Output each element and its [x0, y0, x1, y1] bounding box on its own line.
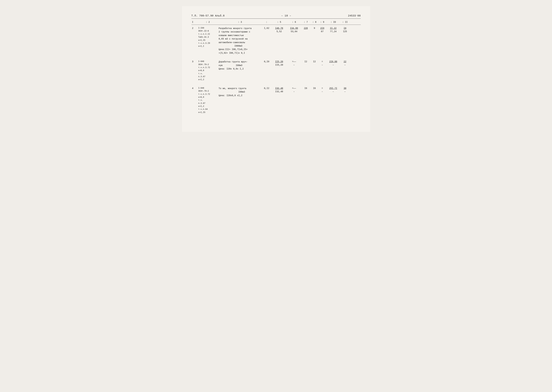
col-header-2: : 2 [198, 21, 218, 24]
cell-col6: I34,99 53,64 [287, 26, 301, 34]
col-header-9: : 9 [318, 21, 326, 24]
cell-col7: 228 [301, 26, 310, 30]
table-row: 2 I–I69ЭСНт.22–8т.ч.п.I.IIТабл.3п.3к=I,I… [191, 26, 361, 55]
column-headers: I : 2 : 3 : : 5 : 6 : 7 : 8 : 9 : IO : I… [191, 21, 361, 25]
cell-col5: I32,48 I32,48 [271, 86, 287, 94]
cell-col6: =—— – [287, 60, 301, 67]
row-number: 3 [191, 60, 198, 64]
cell-col4: 0,I0 [262, 60, 271, 64]
cell-col10: II,22 77,24 [326, 26, 340, 34]
col-header-4: : [262, 21, 271, 24]
cell-col11: 22 – [340, 60, 350, 67]
cell-col5: I40,78 5,52 [271, 26, 287, 34]
cell-col11: 30 – [340, 86, 350, 94]
cell-col11: I8 I25 [340, 26, 350, 34]
header-center: – 10 – [281, 14, 291, 17]
header-right: 24533⁻08 [348, 14, 361, 17]
ref-code: I–948ЭСНт.79–2т.ч.п.3.72к=0,8т.ч.п.3.67к… [198, 60, 218, 82]
cell-col9: = – [318, 86, 326, 94]
row-number: 2 [191, 26, 198, 31]
col-header-10: : IO [326, 21, 340, 24]
page-container: Т.П. 708–57.90 Альб.8 – 10 – 24533⁻08 I … [182, 6, 370, 132]
cell-col8: 9 [310, 26, 318, 30]
col-header-3: : 3 [218, 21, 262, 24]
col-header-5: : 5 [271, 21, 287, 24]
ref-code: I–I69ЭСНт.22–8т.ч.п.I.IIТабл.3п.3к=I,I5т… [198, 26, 218, 48]
cell-col4: I,62 [262, 26, 271, 30]
header-left: Т.П. 708–57.90 Альб.8 [191, 14, 225, 17]
cell-col4: 0,I2 [262, 86, 271, 90]
col-header-11: : II [340, 21, 350, 24]
description: Доработка грунта вруч- ную I00м3 Цена: I… [218, 60, 262, 71]
col-header-1: I [191, 21, 198, 24]
description: Разработка мокрого грунта 2 группы экска… [218, 26, 262, 55]
cell-col8: I6 [310, 86, 318, 90]
col-header-7: : 7 [301, 21, 310, 24]
description: То же, мокрого грунта I00м3 Цена: I20x0,… [218, 86, 262, 98]
cell-col6: =—— – [287, 86, 301, 94]
cell-col7: I2 [301, 60, 310, 64]
col-header-8: : 8 [310, 21, 318, 24]
cell-col5: II5,20 II5,20 [271, 60, 287, 67]
table-row: 4 I–948ЭСНт.79–2т.ч.п.3.72к=0,8т.ч.п.3.6… [191, 86, 361, 114]
cell-col9: = – [318, 60, 326, 67]
cell-col8: I2 [310, 60, 318, 64]
table-row: 3 I–948ЭСНт.79–2т.ч.п.3.72к=0,8т.ч.п.3.6… [191, 60, 361, 82]
cell-col7: I6 [301, 86, 310, 90]
row-number: 4 [191, 86, 198, 91]
header-row: Т.П. 708–57.90 Альб.8 – 10 – 24533⁻08 [191, 14, 361, 17]
col-header-6: : 6 [287, 21, 301, 24]
cell-col9: 2I9 87 [318, 26, 326, 34]
ref-code: I–948ЭСНт.79–2т.ч.п.3.72к=0,8т.ч.п.3.67к… [198, 86, 218, 114]
cell-col10: 25I,7I – [326, 86, 340, 94]
cell-col10: 2I8,88 – [326, 60, 340, 67]
